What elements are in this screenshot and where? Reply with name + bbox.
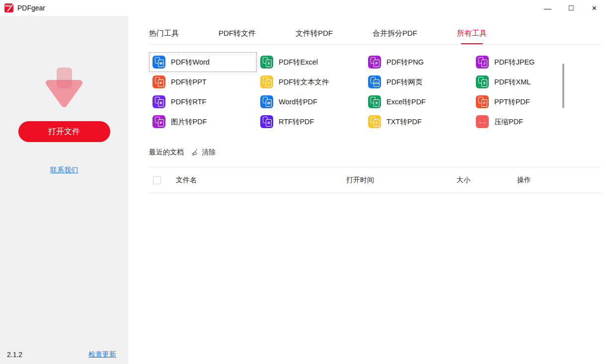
- window-title: PDFgear: [17, 4, 45, 12]
- pdf-to-excel-icon: X: [260, 56, 273, 69]
- pdf-to-xml-icon: X: [476, 75, 489, 88]
- tool-pdf-to-html[interactable]: </> PDF转网页: [365, 72, 472, 92]
- main-panel: 热门工具 PDF转文件 文件转PDF 合并拆分PDF 所有工具 W PDF转Wo…: [128, 16, 606, 364]
- minimize-button[interactable]: —: [536, 0, 559, 16]
- pdf-to-jpeg-icon: J: [476, 56, 489, 69]
- column-filename: 文件名: [176, 176, 346, 185]
- tool-compress-pdf[interactable]: →← 压缩PDF: [472, 112, 580, 132]
- contact-us-link[interactable]: 联系我们: [50, 166, 78, 175]
- tool-tabs: 热门工具 PDF转文件 文件转PDF 合并拆分PDF 所有工具: [149, 29, 601, 44]
- tool-pdf-to-word[interactable]: W PDF转Word: [149, 52, 257, 72]
- compress-pdf-icon: →←: [476, 115, 489, 128]
- maximize-button[interactable]: ☐: [559, 0, 583, 16]
- tool-pdf-to-png[interactable]: P PDF转PNG: [365, 52, 472, 72]
- excel-to-pdf-icon: X: [368, 95, 381, 108]
- tool-pdf-to-excel[interactable]: X PDF转Excel: [257, 52, 365, 72]
- select-all-checkbox[interactable]: [153, 176, 161, 184]
- window-controls: — ☐ ✕: [536, 0, 606, 16]
- pdf-to-rtf-icon: R: [152, 95, 165, 108]
- broom-icon: [191, 148, 199, 156]
- tool-excel-to-pdf[interactable]: X Excel转PDF: [365, 92, 472, 112]
- tool-word-to-pdf[interactable]: W Word转PDF: [257, 92, 365, 112]
- word-to-pdf-icon: W: [260, 95, 273, 108]
- tool-rtf-to-pdf[interactable]: R RTF转PDF: [257, 112, 365, 132]
- open-file-button[interactable]: 打开文件: [18, 121, 110, 142]
- column-open-time: 打开时间: [346, 176, 456, 185]
- column-size: 大小: [456, 176, 517, 185]
- tab-all-tools[interactable]: 所有工具: [457, 29, 487, 44]
- version-label: 2.1.2: [7, 351, 22, 359]
- recent-docs-title: 最近的文档: [149, 148, 184, 157]
- tool-txt-to-pdf[interactable]: T TXT转PDF: [365, 112, 472, 132]
- tab-hot-tools[interactable]: 热门工具: [149, 29, 179, 44]
- rtf-to-pdf-icon: R: [260, 115, 273, 128]
- tab-file-to-pdf[interactable]: 文件转PDF: [296, 29, 333, 44]
- tab-merge-split[interactable]: 合并拆分PDF: [373, 29, 417, 44]
- title-bar: PDF PDFgear — ☐ ✕: [0, 0, 606, 16]
- drop-file-arrow-icon: [40, 65, 88, 110]
- txt-to-pdf-icon: T: [368, 115, 381, 128]
- sidebar: 打开文件 联系我们 2.1.2 检查更新: [0, 16, 128, 364]
- tool-image-to-pdf[interactable]: P 图片转PDF: [149, 112, 257, 132]
- recent-table-header: 文件名 打开时间 大小 操作: [149, 167, 601, 193]
- column-actions: 操作: [517, 176, 601, 185]
- tab-pdf-to-file[interactable]: PDF转文件: [219, 29, 256, 44]
- tabs-divider: [149, 44, 601, 45]
- tool-pdf-to-rtf[interactable]: R PDF转RTF: [149, 92, 257, 112]
- close-button[interactable]: ✕: [583, 0, 606, 16]
- ppt-to-pdf-icon: P: [476, 95, 489, 108]
- app-logo-icon: PDF: [4, 3, 13, 12]
- pdf-to-png-icon: P: [368, 56, 381, 69]
- check-update-link[interactable]: 检查更新: [88, 350, 116, 359]
- tool-grid: W PDF转Word X PDF转Excel P PDF转PNG J: [149, 52, 580, 132]
- pdf-to-html-icon: </>: [368, 75, 381, 88]
- clear-recent-button[interactable]: 清除: [191, 148, 216, 157]
- pdf-to-ppt-icon: P: [152, 75, 165, 88]
- tool-pdf-to-text[interactable]: T PDF转文本文件: [257, 72, 365, 92]
- image-to-pdf-icon: P: [152, 115, 165, 128]
- pdf-to-text-icon: T: [260, 75, 273, 88]
- tools-scrollbar[interactable]: [562, 64, 564, 108]
- tool-pdf-to-ppt[interactable]: P PDF转PPT: [149, 72, 257, 92]
- pdf-to-word-icon: W: [152, 56, 165, 69]
- recent-divider-bottom: [149, 193, 601, 193]
